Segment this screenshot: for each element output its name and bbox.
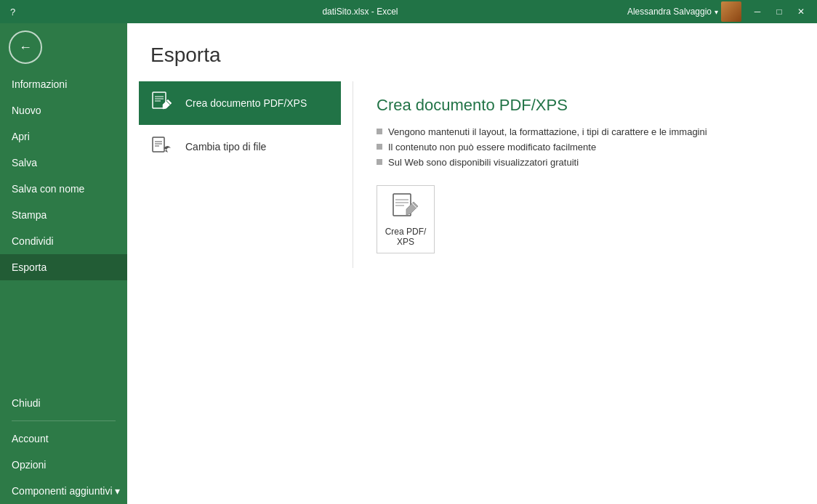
title-bar: ? datiSito.xlsx - Excel Alessandra Salva… xyxy=(0,0,817,23)
page-title: Esporta xyxy=(150,44,794,67)
bullet-square-1 xyxy=(377,129,382,134)
bullet-2: Il contenuto non può essere modificato f… xyxy=(377,142,794,153)
main-header: Esporta xyxy=(127,23,817,81)
pdf-xps-icon xyxy=(150,92,174,115)
cambia-tipo-icon xyxy=(150,135,174,158)
bullet-square-3 xyxy=(377,159,382,165)
option-pdf-xps[interactable]: Crea documento PDF/XPS xyxy=(139,81,341,125)
sidebar-item-nuovo[interactable]: Nuovo xyxy=(0,97,127,123)
sidebar-item-apri[interactable]: Apri xyxy=(0,123,127,150)
export-options: Crea documento PDF/XPS Cambia tipo xyxy=(127,81,353,268)
option-cambia-tipo-label: Cambia tipo di file xyxy=(185,141,266,153)
sidebar-item-condividi[interactable]: Condividi xyxy=(0,228,127,254)
sidebar-nav: Informazioni Nuovo Apri Salva Salva con … xyxy=(0,71,127,504)
create-pdf-icon xyxy=(393,193,419,222)
restore-button[interactable]: □ xyxy=(769,4,789,19)
back-button[interactable]: ← xyxy=(9,31,42,64)
avatar xyxy=(721,1,741,22)
user-dropdown-icon[interactable]: ▾ xyxy=(715,8,718,16)
sidebar-divider xyxy=(12,420,116,421)
right-panel-title: Crea documento PDF/XPS xyxy=(377,96,794,115)
create-pdf-label: Crea PDF/XPS xyxy=(385,227,427,247)
sidebar: ← Informazioni Nuovo Apri Salva Salva co… xyxy=(0,23,127,504)
help-button[interactable]: ? xyxy=(6,7,20,17)
bullet-3: Sul Web sono disponibili visualizzatori … xyxy=(377,157,794,168)
sidebar-item-account[interactable]: Account xyxy=(0,426,127,452)
sidebar-item-esporta[interactable]: Esporta xyxy=(0,254,127,280)
create-pdf-xps-button[interactable]: Crea PDF/XPS xyxy=(377,185,435,253)
sidebar-item-stampa[interactable]: Stampa xyxy=(0,202,127,228)
content-row: Crea documento PDF/XPS Cambia tipo xyxy=(127,81,817,268)
option-cambia-tipo[interactable]: Cambia tipo di file xyxy=(139,125,341,168)
app-body: ← Informazioni Nuovo Apri Salva Salva co… xyxy=(0,23,817,504)
user-name: Alessandra Salvaggio xyxy=(627,7,712,17)
user-area: Alessandra Salvaggio ▾ xyxy=(627,1,741,22)
bullet-list: Vengono mantenuti il layout, la formatta… xyxy=(377,126,794,168)
minimize-button[interactable]: ─ xyxy=(747,4,768,19)
sidebar-item-salva-con-nome[interactable]: Salva con nome xyxy=(0,176,127,202)
bullet-1: Vengono mantenuti il layout, la formatta… xyxy=(377,126,794,137)
title-bar-text: datiSito.xlsx - Excel xyxy=(93,7,627,17)
close-button[interactable]: ✕ xyxy=(791,4,811,19)
window-controls: ─ □ ✕ xyxy=(747,4,811,19)
option-pdf-xps-label: Crea documento PDF/XPS xyxy=(185,97,307,109)
sidebar-item-salva[interactable]: Salva xyxy=(0,150,127,176)
sidebar-item-informazioni[interactable]: Informazioni xyxy=(0,71,127,97)
bullet-square-2 xyxy=(377,144,382,150)
right-panel: Crea documento PDF/XPS Vengono mantenuti… xyxy=(353,81,817,268)
sidebar-item-chiudi[interactable]: Chiudi xyxy=(0,390,127,416)
sidebar-item-opzioni[interactable]: Opzioni xyxy=(0,452,127,478)
svg-rect-5 xyxy=(153,137,164,152)
sidebar-item-componenti[interactable]: Componenti aggiuntivi ▾ xyxy=(0,478,127,504)
main-content: Esporta Crea docume xyxy=(127,23,817,504)
